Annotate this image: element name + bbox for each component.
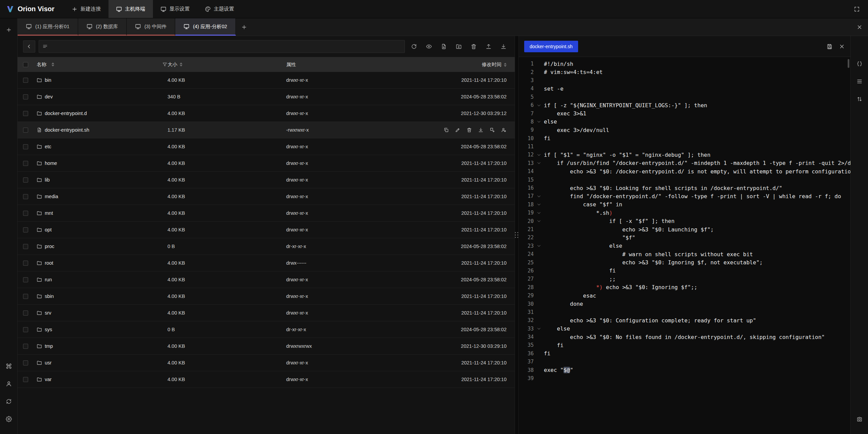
row-checkbox[interactable] bbox=[23, 144, 28, 149]
row-checkbox[interactable] bbox=[23, 211, 28, 216]
tab-label: (4) 应用-分析02 bbox=[193, 23, 227, 30]
table-row[interactable]: sys0 Bdr-xr-xr-x2024-05-28 23:58:02 bbox=[18, 321, 515, 338]
row-checkbox[interactable] bbox=[23, 194, 28, 199]
row-checkbox[interactable] bbox=[23, 128, 28, 133]
fold-toggle-icon[interactable] bbox=[534, 194, 544, 199]
plus-button[interactable] bbox=[3, 24, 15, 36]
panel-splitter[interactable] bbox=[515, 36, 519, 434]
close-all-tabs-button[interactable] bbox=[856, 18, 863, 36]
gear-button[interactable] bbox=[3, 413, 15, 425]
row-delete-icon[interactable] bbox=[467, 127, 472, 133]
table-row[interactable]: usr4.00 KBdrwxr-xr-x2021-11-24 17:20:10 bbox=[18, 355, 515, 371]
table-row[interactable]: srv4.00 KBdrwxr-xr-x2021-11-24 17:20:10 bbox=[18, 305, 515, 321]
eye-button[interactable] bbox=[423, 41, 435, 52]
table-row[interactable]: run4.00 KBdrwxr-xr-x2024-05-28 23:58:02 bbox=[18, 271, 515, 288]
table-row[interactable]: root4.00 KBdrwx------2021-11-24 17:20:10 bbox=[18, 255, 515, 271]
upload-button[interactable] bbox=[483, 41, 494, 52]
fold-toggle-icon[interactable] bbox=[534, 119, 544, 124]
table-row[interactable]: proc0 Bdr-xr-xr-x2024-05-28 23:58:02 bbox=[18, 238, 515, 255]
row-checkbox[interactable] bbox=[23, 161, 28, 166]
row-checkbox[interactable] bbox=[23, 111, 28, 116]
table-row[interactable]: var4.00 KBdrwxr-xr-x2021-11-24 17:20:10 bbox=[18, 371, 515, 388]
row-edit-icon[interactable] bbox=[455, 127, 460, 133]
row-move-icon[interactable] bbox=[490, 127, 495, 133]
close-editor-icon[interactable] bbox=[839, 43, 845, 50]
folder-icon bbox=[37, 277, 42, 282]
row-checkbox[interactable] bbox=[23, 227, 28, 232]
row-checkbox[interactable] bbox=[23, 344, 28, 349]
code-line: 36fi bbox=[519, 350, 850, 358]
command-button[interactable] bbox=[3, 360, 15, 372]
add-tab-button[interactable] bbox=[236, 18, 252, 36]
menulines-button[interactable] bbox=[853, 75, 866, 88]
menu-host-terminal[interactable]: 主机终端 bbox=[108, 0, 153, 18]
table-row[interactable]: mnt4.00 KBdrwxr-xr-x2021-11-24 17:20:10 bbox=[18, 205, 515, 222]
folder-icon bbox=[37, 77, 42, 83]
select-all-checkbox[interactable] bbox=[23, 62, 28, 67]
table-row[interactable]: tmp4.00 KBdrwxrwxrwx2021-12-30 03:29:10 bbox=[18, 338, 515, 355]
swapv-button[interactable] bbox=[853, 93, 866, 105]
table-row[interactable]: etc4.00 KBdrwxr-xr-x2024-05-28 23:58:02 bbox=[18, 138, 515, 155]
path-input[interactable] bbox=[39, 40, 405, 53]
table-row[interactable]: media4.00 KBdrwxr-xr-x2021-11-24 17:20:1… bbox=[18, 188, 515, 205]
save-icon[interactable] bbox=[827, 43, 833, 50]
editor-file-tab[interactable]: docker-entrypoint.sh bbox=[524, 41, 578, 52]
row-download-icon[interactable] bbox=[478, 127, 484, 133]
editor-scrollbar[interactable] bbox=[848, 59, 849, 68]
fold-toggle-icon[interactable] bbox=[534, 153, 544, 157]
row-checkbox[interactable] bbox=[23, 177, 28, 183]
row-checkbox[interactable] bbox=[23, 244, 28, 249]
row-checkbox[interactable] bbox=[23, 294, 28, 299]
table-row[interactable]: dev340 Bdrwxr-xr-x2024-05-28 23:58:02 bbox=[18, 89, 515, 105]
table-row[interactable]: bin4.00 KBdrwxr-xr-x2021-11-24 17:20:10 bbox=[18, 72, 515, 89]
fileplus-button[interactable] bbox=[438, 41, 450, 52]
row-checkbox[interactable] bbox=[23, 94, 28, 99]
row-checkbox[interactable] bbox=[23, 310, 28, 316]
table-row[interactable]: docker-entrypoint.sh1.17 KB-rwxrwxr-x bbox=[18, 122, 515, 138]
menu-new-connection[interactable]: 新建连接 bbox=[64, 0, 108, 18]
sort-size-icon[interactable] bbox=[180, 62, 182, 67]
fullscreen-button[interactable] bbox=[852, 0, 861, 18]
row-checkbox[interactable] bbox=[23, 261, 28, 266]
camera-button[interactable] bbox=[853, 413, 866, 425]
terminal-tab-2[interactable]: (2) 数据库 bbox=[78, 18, 127, 36]
column-time-label: 修改时间 bbox=[482, 62, 501, 67]
menu-display-settings[interactable]: 显示设置 bbox=[153, 0, 197, 18]
download-button[interactable] bbox=[498, 41, 509, 52]
fold-toggle-icon[interactable] bbox=[534, 244, 544, 248]
folderplus-button[interactable] bbox=[453, 41, 465, 52]
table-row[interactable]: sbin4.00 KBdrwxr-xr-x2021-11-24 17:20:10 bbox=[18, 288, 515, 305]
filter-icon[interactable] bbox=[162, 62, 167, 67]
fold-toggle-icon[interactable] bbox=[534, 211, 544, 215]
fold-toggle-icon[interactable] bbox=[534, 326, 544, 331]
sync-button[interactable] bbox=[3, 395, 15, 408]
sort-name-icon[interactable] bbox=[52, 62, 54, 67]
table-row[interactable]: lib4.00 KBdrwxr-xr-x2021-11-24 17:20:10 bbox=[18, 172, 515, 188]
braces-button[interactable] bbox=[853, 58, 866, 70]
row-permission-icon[interactable] bbox=[501, 127, 507, 133]
menu-theme-settings[interactable]: 主题设置 bbox=[197, 0, 242, 18]
row-checkbox[interactable] bbox=[23, 277, 28, 282]
code-line: 10fi bbox=[519, 134, 850, 143]
refresh-button[interactable] bbox=[408, 41, 420, 52]
fold-toggle-icon[interactable] bbox=[534, 103, 544, 108]
trash-button[interactable] bbox=[468, 41, 479, 52]
sort-time-icon[interactable] bbox=[504, 63, 507, 67]
table-row[interactable]: home4.00 KBdrwxr-xr-x2021-11-24 17:20:10 bbox=[18, 155, 515, 172]
row-checkbox[interactable] bbox=[23, 360, 28, 365]
code-area[interactable]: 1#!/bin/sh2# vim:sw=4:ts=4:et34set -e56i… bbox=[519, 57, 850, 434]
fold-toggle-icon[interactable] bbox=[534, 161, 544, 165]
fold-toggle-icon[interactable] bbox=[534, 202, 544, 207]
back-button[interactable] bbox=[23, 40, 35, 53]
table-row[interactable]: docker-entrypoint.d4.00 KBdrwxr-xr-x2021… bbox=[18, 105, 515, 122]
row-checkbox[interactable] bbox=[23, 377, 28, 382]
terminal-tab-4[interactable]: (4) 应用-分析02 bbox=[175, 18, 236, 36]
terminal-tab-1[interactable]: (1) 应用-分析01 bbox=[18, 18, 78, 36]
table-row[interactable]: opt4.00 KBdrwxr-xr-x2021-11-24 17:20:10 bbox=[18, 222, 515, 238]
fold-toggle-icon[interactable] bbox=[534, 219, 544, 223]
person-button[interactable] bbox=[3, 378, 15, 390]
row-copy-icon[interactable] bbox=[443, 127, 449, 133]
terminal-tab-3[interactable]: (3) 中间件 bbox=[127, 18, 175, 36]
row-checkbox[interactable] bbox=[23, 327, 28, 332]
row-checkbox[interactable] bbox=[23, 78, 28, 83]
